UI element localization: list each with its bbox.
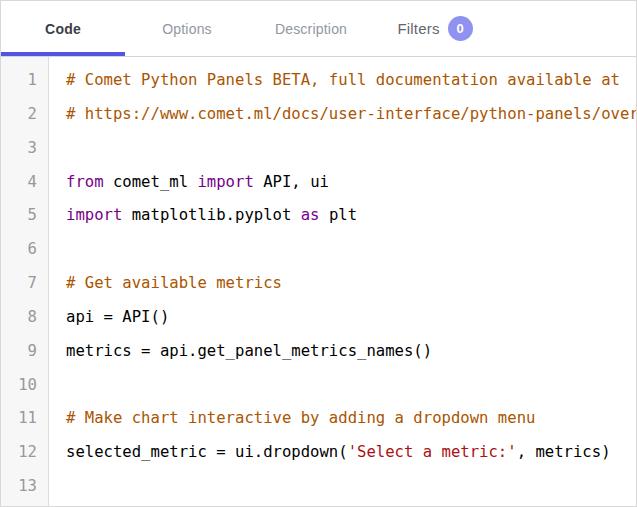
code-token-keyword: import bbox=[197, 173, 253, 191]
code-line[interactable] bbox=[66, 369, 636, 403]
code-line[interactable] bbox=[66, 470, 636, 504]
code-line[interactable]: from comet_ml import API, ui bbox=[66, 166, 636, 200]
tab-description[interactable]: Description bbox=[249, 1, 373, 56]
code-token-keyword: from bbox=[66, 173, 104, 191]
code-line[interactable]: api = API() bbox=[66, 301, 636, 335]
filters-count-badge: 0 bbox=[448, 16, 473, 41]
code-line[interactable]: # Comet Python Panels BETA, full documen… bbox=[66, 64, 636, 98]
line-number: 10 bbox=[1, 369, 37, 403]
code-token-plain: API, ui bbox=[254, 173, 329, 191]
tab-bar: Code Options Description Filters 0 bbox=[1, 1, 636, 57]
tab-filters-label: Filters bbox=[397, 20, 439, 37]
code-line[interactable]: metrics = api.get_panel_metrics_names() bbox=[66, 335, 636, 369]
line-number: 11 bbox=[1, 402, 37, 436]
code-token-plain: , metrics) bbox=[517, 443, 611, 461]
code-token-plain: comet_ml bbox=[104, 173, 198, 191]
code-token-string: 'Select a metric:' bbox=[348, 443, 517, 461]
line-number: 5 bbox=[1, 199, 37, 233]
code-token-plain: plt bbox=[320, 206, 358, 224]
line-number: 9 bbox=[1, 335, 37, 369]
code-token-comment: # Get available metrics bbox=[66, 274, 282, 292]
code-token-keyword: import bbox=[66, 206, 122, 224]
code-text-area[interactable]: # Comet Python Panels BETA, full documen… bbox=[49, 57, 636, 507]
code-line[interactable]: # https://www.comet.ml/docs/user-interfa… bbox=[66, 98, 636, 132]
code-token-plain: matplotlib.pyplot bbox=[122, 206, 300, 224]
code-token-plain: metrics = api.get_panel_metrics_names() bbox=[66, 342, 432, 360]
line-number: 6 bbox=[1, 233, 37, 267]
line-number: 8 bbox=[1, 301, 37, 335]
line-number-gutter: 12345678910111213 bbox=[1, 57, 49, 507]
code-token-plain: selected_metric = ui.dropdown( bbox=[66, 443, 348, 461]
line-number: 1 bbox=[1, 64, 37, 98]
code-line[interactable] bbox=[66, 132, 636, 166]
code-line[interactable]: import matplotlib.pyplot as plt bbox=[66, 199, 636, 233]
tab-options[interactable]: Options bbox=[125, 1, 249, 56]
line-number: 7 bbox=[1, 267, 37, 301]
code-editor[interactable]: 12345678910111213 # Comet Python Panels … bbox=[1, 57, 636, 507]
code-line[interactable]: # Get available metrics bbox=[66, 267, 636, 301]
code-token-comment: # Make chart interactive by adding a dro… bbox=[66, 409, 535, 427]
line-number: 4 bbox=[1, 166, 37, 200]
tab-code-label: Code bbox=[45, 21, 81, 37]
code-panel: Code Options Description Filters 0 12345… bbox=[0, 0, 637, 507]
code-token-comment: # Comet Python Panels BETA, full documen… bbox=[66, 71, 620, 89]
line-number: 13 bbox=[1, 470, 37, 504]
code-line[interactable] bbox=[66, 233, 636, 267]
tab-options-label: Options bbox=[162, 21, 212, 37]
code-token-comment: # https://www.comet.ml/docs/user-interfa… bbox=[66, 105, 636, 123]
code-token-keyword: as bbox=[301, 206, 320, 224]
line-number: 2 bbox=[1, 98, 37, 132]
code-token-plain: api = API() bbox=[66, 308, 169, 326]
line-number: 12 bbox=[1, 436, 37, 470]
code-line[interactable]: # Make chart interactive by adding a dro… bbox=[66, 402, 636, 436]
tab-code[interactable]: Code bbox=[1, 1, 125, 56]
tab-filters[interactable]: Filters 0 bbox=[373, 1, 497, 56]
active-tab-indicator bbox=[1, 52, 125, 56]
line-number: 3 bbox=[1, 132, 37, 166]
code-line[interactable]: selected_metric = ui.dropdown('Select a … bbox=[66, 436, 636, 470]
tab-description-label: Description bbox=[275, 21, 347, 37]
